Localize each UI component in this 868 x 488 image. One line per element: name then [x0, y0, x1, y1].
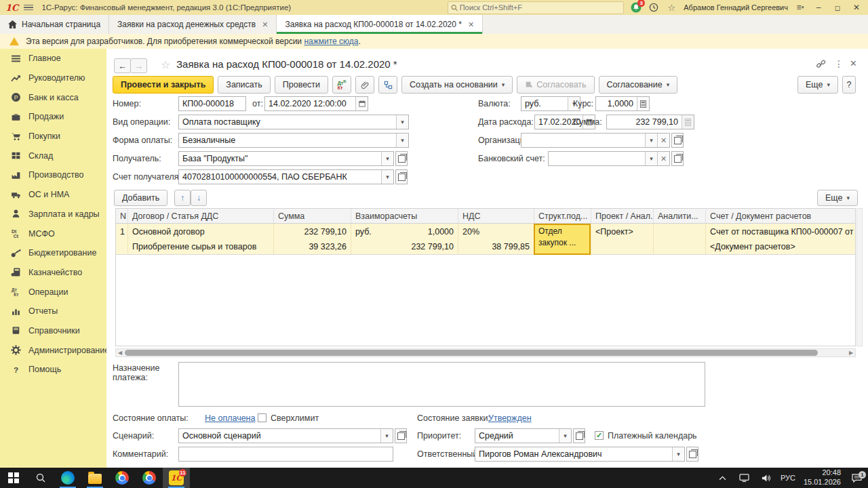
- comment-input[interactable]: [178, 447, 393, 462]
- cell-settlement-doc[interactable]: <Документ расчетов>: [706, 239, 855, 254]
- cell-expense-item[interactable]: Приобретение сырья и товаров: [128, 239, 274, 254]
- payee-account-open-icon[interactable]: [395, 169, 408, 184]
- search-input[interactable]: [458, 3, 621, 12]
- move-down-icon[interactable]: ↓: [191, 190, 207, 206]
- col-mutual[interactable]: Взаиморасчеты: [351, 209, 458, 223]
- cell-analytics[interactable]: [654, 224, 706, 239]
- cell-amount[interactable]: 232 799,10: [274, 224, 351, 239]
- chrome-icon-2[interactable]: [136, 468, 163, 488]
- col-analytics[interactable]: Аналити...: [654, 209, 706, 223]
- cell-department[interactable]: Отдел закупок ...: [534, 224, 591, 239]
- sidebar-item-fixed-assets[interactable]: ОС и НМА: [0, 185, 106, 205]
- payform-select[interactable]: Безналичные ▾: [178, 133, 409, 148]
- chevron-down-icon[interactable]: ▾: [645, 152, 657, 165]
- currency-select[interactable]: руб. ▾: [521, 96, 580, 111]
- grid-more-button[interactable]: Еще▾: [817, 190, 858, 206]
- dr-cr-movements-icon[interactable]: ДтБКт: [332, 76, 351, 94]
- col-n[interactable]: N: [116, 209, 128, 223]
- scroll-thumb[interactable]: [125, 350, 818, 356]
- organization-open-icon[interactable]: [671, 133, 684, 148]
- chevron-down-icon[interactable]: ▾: [672, 447, 684, 461]
- payee-account-combo[interactable]: 40702810100000000554, ПАО СБЕРБАНК ▾: [178, 169, 394, 184]
- create-based-on-button[interactable]: Создать на основании▾: [401, 76, 513, 94]
- cell-invoice[interactable]: Счет от поставщика КП00-000007 от 14.02: [706, 224, 855, 239]
- sidebar-item-manager[interactable]: Руководителю: [0, 68, 106, 88]
- language-indicator[interactable]: РУС: [779, 474, 797, 482]
- help-button[interactable]: ?: [842, 76, 856, 94]
- amount-field[interactable]: 232 799,10: [606, 115, 694, 129]
- sidebar-item-production[interactable]: Производство: [0, 165, 106, 185]
- sidebar-item-warehouse[interactable]: Склад: [0, 146, 106, 165]
- sidebar-item-administration[interactable]: Администрирование: [0, 340, 106, 360]
- sidebar-item-sales[interactable]: Продажи: [0, 107, 106, 127]
- post-and-close-button[interactable]: Провести и закрыть: [113, 76, 214, 94]
- maximize-button[interactable]: ◻: [831, 4, 844, 12]
- favorite-star-icon[interactable]: ☆: [161, 58, 170, 71]
- minimize-button[interactable]: –: [812, 3, 825, 12]
- clear-icon[interactable]: ✕: [657, 152, 669, 165]
- request-state-link[interactable]: Утвержден: [488, 413, 532, 423]
- sidebar-item-references[interactable]: Справочники: [0, 321, 106, 341]
- chevron-down-icon[interactable]: ▾: [396, 115, 408, 129]
- cell-n[interactable]: 1: [116, 224, 128, 239]
- volume-icon[interactable]: [757, 468, 775, 488]
- main-menu-icon[interactable]: [24, 5, 33, 11]
- cell-vat-rate[interactable]: 20%: [458, 224, 534, 239]
- save-button[interactable]: Записать: [218, 76, 270, 94]
- sidebar-item-reports[interactable]: Отчеты: [0, 302, 106, 321]
- table-row-subline[interactable]: Приобретение сырья и товаров 39 323,26 2…: [116, 239, 855, 255]
- priority-open-icon[interactable]: [573, 428, 585, 443]
- table-horizontal-scrollbar[interactable]: ◀ ▶: [115, 348, 856, 357]
- purpose-textarea[interactable]: [178, 362, 705, 407]
- date-field[interactable]: 14.02.2020 12:00:00: [264, 96, 368, 111]
- scroll-left-icon[interactable]: ◀: [116, 350, 124, 356]
- table-row[interactable]: 1 Основной договор 232 799,10 руб. 1,000…: [116, 224, 855, 239]
- favorites-star-icon[interactable]: ☆: [666, 2, 677, 13]
- tab-request-document[interactable]: Заявка на расход КП00-000018 от 14.02.20…: [277, 15, 483, 34]
- back-button[interactable]: ←: [114, 58, 131, 73]
- table-vertical-scrollbar[interactable]: [856, 208, 863, 346]
- cell-amount-limit[interactable]: 39 323,26: [274, 239, 351, 254]
- window-close-button[interactable]: ✕: [850, 3, 863, 12]
- sidebar-item-treasury[interactable]: Казначейство: [0, 263, 106, 283]
- payment-state-link[interactable]: Не оплачена: [205, 413, 255, 423]
- sidebar-item-main[interactable]: Главное: [0, 49, 106, 68]
- chevron-down-icon[interactable]: ▾: [396, 134, 408, 147]
- global-search[interactable]: [448, 1, 624, 14]
- tab-home[interactable]: Начальная страница: [0, 15, 109, 34]
- tab-requests-list[interactable]: Заявки на расход денежных средств ✕: [109, 15, 277, 34]
- more-button[interactable]: Еще▾: [797, 76, 838, 94]
- start-button[interactable]: [0, 468, 27, 488]
- number-field[interactable]: КП00-000018: [178, 96, 246, 111]
- responsible-open-icon[interactable]: [686, 447, 698, 462]
- bank-account-open-icon[interactable]: [671, 151, 684, 166]
- selected-cell[interactable]: Отдел закупок ...: [534, 224, 591, 255]
- priority-combo[interactable]: Средний ▾: [475, 428, 572, 443]
- col-invoice[interactable]: Счет / Документ расчетов: [706, 209, 855, 223]
- rate-field[interactable]: 1,0000: [595, 96, 650, 111]
- taskbar-clock[interactable]: 20:48 15.01.2026: [801, 468, 844, 487]
- payee-combo[interactable]: База "Продукты" ▾: [178, 151, 394, 166]
- payee-open-icon[interactable]: [395, 151, 408, 166]
- calendar-icon[interactable]: [355, 97, 368, 110]
- col-project[interactable]: Проект / Анал...: [591, 209, 654, 223]
- history-icon[interactable]: [648, 2, 659, 13]
- scenario-combo[interactable]: Основной сценарий ▾: [178, 428, 393, 443]
- sidebar-item-ifrs[interactable]: DtCt МСФО: [0, 224, 106, 243]
- sidebar-item-bank-cash[interactable]: P Банк и касса: [0, 87, 106, 107]
- taskbar-search-icon[interactable]: [27, 468, 54, 488]
- form-close-icon[interactable]: ✕: [850, 58, 857, 68]
- tab-close-icon[interactable]: ✕: [262, 20, 268, 29]
- banner-link[interactable]: нажмите сюда: [304, 37, 358, 46]
- 1c-taskbar-icon[interactable]: 1С 11: [163, 468, 190, 488]
- chevron-down-icon[interactable]: ▾: [381, 152, 393, 165]
- edge-icon[interactable]: [54, 468, 81, 488]
- move-up-icon[interactable]: ↑: [174, 190, 191, 206]
- cell-analytics-empty[interactable]: [654, 239, 706, 254]
- chevron-down-icon[interactable]: ▾: [381, 170, 393, 184]
- cell-mutual[interactable]: руб. 1,0000: [351, 224, 458, 239]
- responsible-combo[interactable]: Пирогов Роман Александрович ▾: [475, 447, 685, 462]
- cell-project[interactable]: <Проект>: [591, 224, 654, 239]
- user-name[interactable]: Абрамов Геннадий Сергеевич: [684, 3, 788, 12]
- file-explorer-icon[interactable]: [81, 468, 108, 488]
